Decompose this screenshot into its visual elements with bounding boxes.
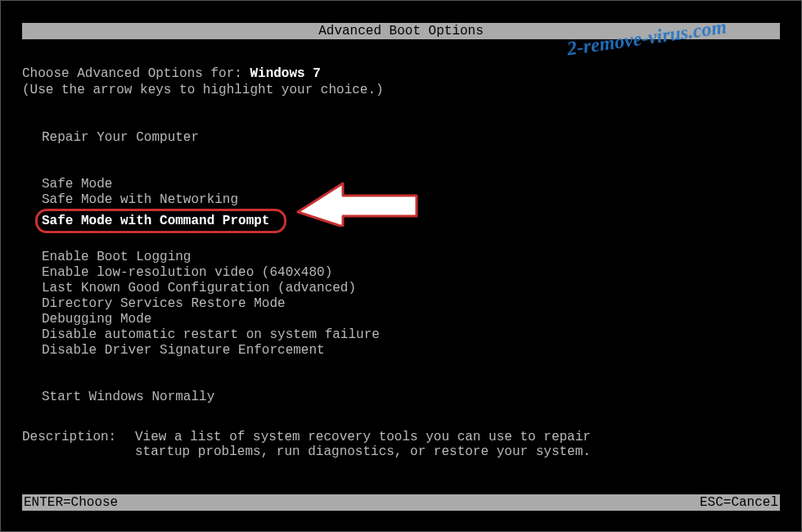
os-name: Windows 7: [250, 66, 320, 81]
footer-enter: ENTER=Choose: [24, 494, 118, 511]
description-block: Description: View a list of system recov…: [22, 430, 591, 459]
menu-item-dsrm[interactable]: Directory Services Restore Mode: [42, 296, 780, 312]
footer-esc: ESC=Cancel: [700, 494, 778, 511]
footer-bar: ENTER=Choose ESC=Cancel: [22, 494, 780, 511]
menu-item-debug[interactable]: Debugging Mode: [42, 312, 780, 327]
description-text: View a list of system recovery tools you…: [135, 430, 591, 459]
menu-item-noautorestart[interactable]: Disable automatic restart on system fail…: [42, 327, 780, 343]
description-line2: startup problems, run diagnostics, or re…: [135, 444, 591, 459]
instruction-line: (Use the arrow keys to highlight your ch…: [22, 83, 780, 97]
menu-item-bootlog[interactable]: Enable Boot Logging: [42, 250, 780, 265]
content-area: Choose Advanced Options for: Windows 7 (…: [22, 66, 780, 405]
description-label: Description:: [22, 430, 135, 459]
description-line1: View a list of system recovery tools you…: [135, 430, 591, 444]
menu-item-lowres[interactable]: Enable low-resolution video (640x480): [42, 265, 780, 281]
prompt-prefix: Choose Advanced Options for:: [22, 66, 250, 81]
menu-item-safemode-net[interactable]: Safe Mode with Networking: [42, 192, 780, 208]
menu-item-lkgc[interactable]: Last Known Good Configuration (advanced): [42, 281, 780, 296]
title-text: Advanced Boot Options: [318, 24, 484, 38]
menu-item-nodriversig[interactable]: Disable Driver Signature Enforcement: [42, 343, 780, 358]
prompt-line: Choose Advanced Options for: Windows 7: [22, 66, 780, 81]
menu-item-safemode[interactable]: Safe Mode: [42, 177, 780, 192]
highlighted-option[interactable]: Safe Mode with Command Prompt: [35, 209, 286, 233]
boot-menu[interactable]: Repair Your Computer Safe Mode Safe Mode…: [42, 130, 780, 405]
menu-item-safemode-cmd[interactable]: Safe Mode with Command Prompt: [42, 208, 780, 234]
menu-item-normal[interactable]: Start Windows Normally: [42, 390, 780, 405]
title-bar: Advanced Boot Options: [22, 23, 780, 39]
menu-item-repair[interactable]: Repair Your Computer: [42, 130, 780, 146]
